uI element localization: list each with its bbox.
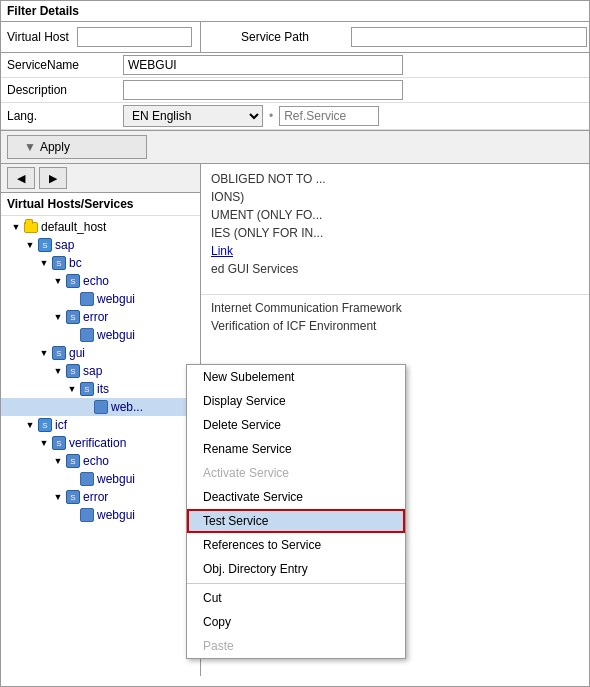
webgui3-icon bbox=[93, 399, 109, 415]
tree-item-webgui5[interactable]: webgui bbox=[1, 506, 200, 524]
right-row-3: UMENT (ONLY FO... bbox=[211, 206, 579, 224]
right-row-6: ed GUI Services bbox=[211, 260, 579, 278]
toggle-verification[interactable]: ▼ bbox=[37, 436, 51, 450]
tree-item-webgui1[interactable]: webgui bbox=[1, 290, 200, 308]
apply-button[interactable]: ▼ Apply bbox=[7, 135, 147, 159]
toggle-default-host[interactable]: ▼ bbox=[9, 220, 23, 234]
menu-item-cut[interactable]: Cut bbox=[187, 586, 405, 610]
link-text[interactable]: Link bbox=[211, 244, 233, 258]
bc-icon: S bbox=[51, 255, 67, 271]
toolbar-btn-right[interactable]: ▶ bbox=[39, 167, 67, 189]
menu-item-obj-directory-entry[interactable]: Obj. Directory Entry bbox=[187, 557, 405, 581]
description-input[interactable] bbox=[123, 80, 403, 100]
label-error2: error bbox=[83, 490, 108, 504]
tree-item-default-host[interactable]: ▼ default_host bbox=[1, 218, 200, 236]
menu-item-paste: Paste bbox=[187, 634, 405, 658]
menu-item-display-service[interactable]: Display Service bbox=[187, 389, 405, 413]
lang-row: Lang. EN English • bbox=[1, 103, 589, 130]
verification-label: Verification of ICF Environment bbox=[211, 317, 579, 335]
service-path-section: Service Path bbox=[201, 22, 589, 52]
label-its: its bbox=[97, 382, 109, 396]
lang-select[interactable]: EN English bbox=[123, 105, 263, 127]
tree-item-error[interactable]: ▼ S error bbox=[1, 308, 200, 326]
tree-item-its[interactable]: ▼ S its bbox=[1, 380, 200, 398]
gui-icon: S bbox=[51, 345, 67, 361]
menu-item-activate-service: Activate Service bbox=[187, 461, 405, 485]
tree-item-bc[interactable]: ▼ S bc bbox=[1, 254, 200, 272]
label-webgui3: web... bbox=[111, 400, 143, 414]
toggle-gui[interactable]: ▼ bbox=[37, 346, 51, 360]
tree-item-icf[interactable]: ▼ S icf bbox=[1, 416, 200, 434]
menu-item-rename-service[interactable]: Rename Service bbox=[187, 437, 405, 461]
tree-item-webgui4[interactable]: webgui bbox=[1, 470, 200, 488]
label-sap: sap bbox=[55, 238, 74, 252]
host-icon bbox=[23, 219, 39, 235]
toggle-error[interactable]: ▼ bbox=[51, 310, 65, 324]
tree-item-sap[interactable]: ▼ S sap bbox=[1, 236, 200, 254]
echo2-icon: S bbox=[65, 453, 81, 469]
label-error: error bbox=[83, 310, 108, 324]
label-icf: icf bbox=[55, 418, 67, 432]
toggle-icf[interactable]: ▼ bbox=[23, 418, 37, 432]
webgui2-icon bbox=[79, 327, 95, 343]
toggle-echo2[interactable]: ▼ bbox=[51, 454, 65, 468]
toggle-bc[interactable]: ▼ bbox=[37, 256, 51, 270]
toggle-sap2[interactable]: ▼ bbox=[51, 364, 65, 378]
error2-icon: S bbox=[65, 489, 81, 505]
apply-row: ▼ Apply bbox=[1, 131, 589, 164]
verification-icon: S bbox=[51, 435, 67, 451]
toggle-its[interactable]: ▼ bbox=[65, 382, 79, 396]
right-row-5[interactable]: Link bbox=[211, 242, 579, 260]
label-default-host: default_host bbox=[41, 220, 106, 234]
virtual-host-input[interactable] bbox=[77, 27, 192, 47]
error-icon: S bbox=[65, 309, 81, 325]
toolbar-btn-left[interactable]: ◀ bbox=[7, 167, 35, 189]
tree-item-webgui2[interactable]: webgui bbox=[1, 326, 200, 344]
label-webgui1: webgui bbox=[97, 292, 135, 306]
filter-icon: ▼ bbox=[24, 140, 36, 154]
menu-item-delete-service[interactable]: Delete Service bbox=[187, 413, 405, 437]
tree-item-sap2[interactable]: ▼ S sap bbox=[1, 362, 200, 380]
label-echo: echo bbox=[83, 274, 109, 288]
service-name-input[interactable] bbox=[123, 55, 403, 75]
filter-details: Filter Details Virtual Host Service Path… bbox=[1, 1, 589, 131]
toggle-sap[interactable]: ▼ bbox=[23, 238, 37, 252]
apply-label: Apply bbox=[40, 140, 70, 154]
webgui4-icon bbox=[79, 471, 95, 487]
filter-details-title: Filter Details bbox=[1, 1, 589, 22]
label-gui: gui bbox=[69, 346, 85, 360]
toggle-webgui5 bbox=[65, 508, 79, 522]
lang-label: Lang. bbox=[1, 106, 121, 126]
menu-item-new-subelement[interactable]: New Subelement bbox=[187, 365, 405, 389]
icf-label: Internet Communication Framework bbox=[211, 299, 579, 317]
menu-item-test-service[interactable]: Test Service bbox=[187, 509, 405, 533]
tree-item-webgui3[interactable]: web... bbox=[1, 398, 200, 416]
tree-item-gui[interactable]: ▼ S gui bbox=[1, 344, 200, 362]
tree: ▼ default_host ▼ S sap ▼ bbox=[1, 216, 200, 526]
toggle-error2[interactable]: ▼ bbox=[51, 490, 65, 504]
right-row-1: OBLIGED NOT TO ... bbox=[211, 170, 579, 188]
right-row-4: IES (ONLY FOR IN... bbox=[211, 224, 579, 242]
menu-item-copy[interactable]: Copy bbox=[187, 610, 405, 634]
label-webgui4: webgui bbox=[97, 472, 135, 486]
echo-icon: S bbox=[65, 273, 81, 289]
icf-icon: S bbox=[37, 417, 53, 433]
tree-item-echo2[interactable]: ▼ S echo bbox=[1, 452, 200, 470]
tree-item-echo[interactable]: ▼ S echo bbox=[1, 272, 200, 290]
virtual-host-section: Virtual Host bbox=[1, 22, 201, 52]
right-content: OBLIGED NOT TO ... IONS) UMENT (ONLY FO.… bbox=[201, 164, 589, 284]
content-area: ◀ ▶ Virtual Hosts/Services ▼ default_hos… bbox=[1, 164, 589, 676]
menu-item-deactivate-service[interactable]: Deactivate Service bbox=[187, 485, 405, 509]
right-bottom: Internet Communication Framework Verific… bbox=[201, 294, 589, 339]
toggle-echo[interactable]: ▼ bbox=[51, 274, 65, 288]
left-panel: ◀ ▶ Virtual Hosts/Services ▼ default_hos… bbox=[1, 164, 201, 676]
tree-item-error2[interactable]: ▼ S error bbox=[1, 488, 200, 506]
menu-item-references-to-service[interactable]: References to Service bbox=[187, 533, 405, 557]
tree-item-verification[interactable]: ▼ S verification bbox=[1, 434, 200, 452]
label-echo2: echo bbox=[83, 454, 109, 468]
ref-service-input[interactable] bbox=[279, 106, 379, 126]
sap-icon: S bbox=[37, 237, 53, 253]
service-path-input[interactable] bbox=[351, 27, 587, 47]
service-path-label: Service Path bbox=[201, 27, 349, 47]
description-row: Description bbox=[1, 78, 589, 103]
